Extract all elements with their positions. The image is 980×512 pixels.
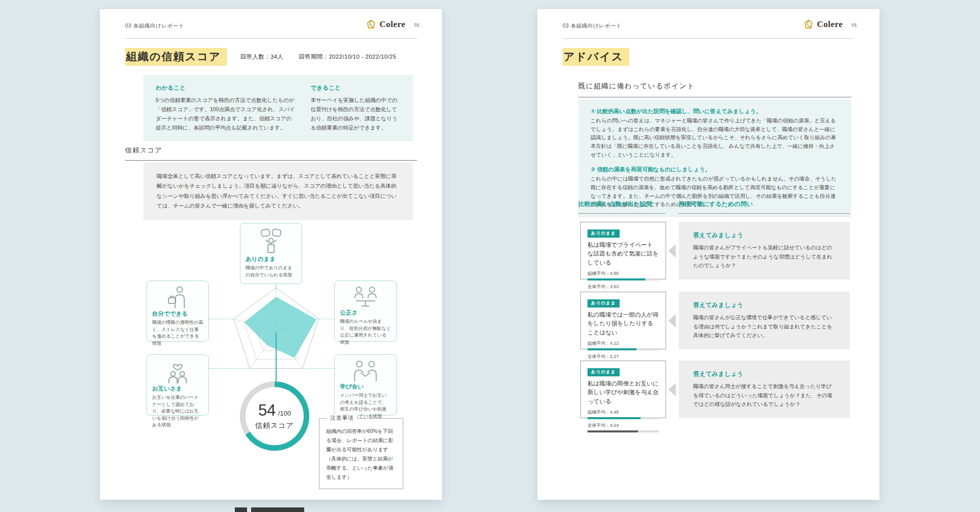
node-desc: 職場の情報の透明性が高く、ストレスなく仕事を進めることができる状態 (152, 319, 203, 347)
overall-average-bar-fill (587, 430, 638, 432)
category-badge: ありのまま (587, 229, 620, 238)
question-statement: 私は職場の同僚とお互いに新しい学びや刺激を与え合っている (587, 379, 659, 406)
trust-node-manabi: 学び合い メンバー同士でお互いの考えを語ることで、相互の学び合いや刺激が生まれて… (334, 354, 397, 416)
question-body: 職場の皆さんが公正な環境で仕事ができていると感じている理由は何でしょうか？これま… (693, 313, 836, 340)
viewer-background: 03 各組織向けレポート Colere 01 組織の信頼スコア 回答人数：34人… (0, 0, 980, 512)
survey-period: 回答期間：2022/10/10 - 2022/10/25 (299, 53, 396, 61)
report-page-advice: 03 各組織向けレポート Colere 01 アドバイス 既に組織に備わっている… (537, 9, 879, 500)
brand-logo-block: Colere 01 (803, 19, 857, 30)
advice-1-heading: ① 比較的高い点数が出た設問を確認し、問いに答えてみましょう。 (591, 108, 839, 115)
question-statement: 私の職場では一部の人が得をしたり損をしたりすることはない (587, 311, 659, 337)
question-statement: 私は職場でプライベートな話題も含めて気楽に話をしている (587, 241, 659, 267)
node-desc: 職場の中でありのままの自分でいられる状態 (246, 265, 297, 278)
overall-average-label: 全体平均：2.27 (587, 354, 659, 360)
advice-1-body: これらの問いへの答えは、マネジャーと職場の皆さんで作り上げてきた「職場の信頼の源… (591, 117, 839, 159)
question-body: 職場の皆さん同士が接することで刺激を与え合ったり学びを得ているのはどういった場面… (693, 382, 836, 409)
breadcrumb: 03 各組織向けレポート (562, 22, 622, 30)
question-heading: 答えてみましょう (693, 231, 836, 240)
org-average-bar-fill (587, 417, 641, 419)
title-row: 組織の信頼スコア 回答人数：34人 回答期間：2022/10/10 - 2022… (125, 48, 396, 66)
trust-node-arinomama: ありのまま 職場の中でありのままの自分でいられる状態 (240, 223, 302, 284)
score-card-2: ありのまま 私の職場では一部の人が得をしたり損をしたりすることはない 組織平均：… (580, 292, 666, 349)
category-badge: ありのまま (587, 299, 620, 308)
overall-average-label: 全体平均：3.53 (587, 284, 659, 290)
org-average-bar-track (587, 417, 659, 419)
overall-average-bar-track (587, 430, 659, 432)
question-body: 職場の皆さんがプライベートも気軽に話せているのはどのような場面ですか？またそのよ… (693, 243, 836, 270)
node-desc: お互いを仕事のパートナーとして認めており、必要な時にはお互いを助け合う関係性があ… (152, 394, 203, 429)
question-card-3: 答えてみましょう 職場の皆さん同士が接することで刺激を与え合ったり学びを得ている… (679, 361, 850, 418)
advice-2-heading: ② 信頼の源泉を再現可能なものにしましょう。 (591, 166, 839, 173)
section-heading-points: 既に組織に備わっているポイント (578, 82, 851, 97)
title-row: アドバイス (562, 48, 629, 66)
question-heading: 答えてみましょう (693, 301, 836, 310)
org-average-label: 組織平均：4.46 (587, 409, 659, 416)
org-average-bar-track (587, 348, 659, 350)
bottom-edge-artifact (235, 507, 247, 512)
trust-node-jibun: 自分でできる 職場の情報の透明性が高く、ストレスなく仕事を進めることができる状態 (146, 280, 209, 342)
node-label: 自分でできる (152, 310, 203, 318)
org-average-bar-fill (587, 348, 636, 350)
brand-name: Colere (817, 19, 843, 30)
masks-person-icon (257, 228, 285, 254)
briefcase-person-icon (165, 286, 190, 309)
category-badge: ありのまま (587, 368, 620, 376)
colere-gem-icon (366, 19, 376, 30)
arrow-left-icon (668, 244, 676, 258)
org-average-bar-fill (587, 278, 645, 280)
page-number: 01 (851, 22, 857, 28)
header-divider (125, 38, 417, 39)
breadcrumb: 03 各組織向けレポート (125, 22, 184, 30)
overall-average-label: 全体平均：4.24 (587, 423, 659, 429)
caution-note: 注意事項 組織内の回答率が60%を下回る場合、レポートの結果に影響が出る可能性が… (319, 418, 403, 489)
arrow-left-icon (668, 383, 676, 396)
section-heading-trust-score: 信頼スコア (125, 146, 417, 161)
page-title: アドバイス (562, 48, 629, 66)
org-average-label: 組織平均：4.86 (587, 271, 659, 277)
brand-logo-block: Colere 01 (366, 19, 420, 30)
question-card-1: 答えてみましょう 職場の皆さんがプライベートも気軽に話せているのはどのような場面… (679, 222, 850, 279)
page-number: 01 (414, 22, 420, 28)
colere-gem-icon (803, 19, 814, 30)
trust-score-denominator: /100 (278, 409, 291, 417)
report-page-trust-score: 03 各組織向けレポート Colere 01 組織の信頼スコア 回答人数：34人… (100, 9, 442, 500)
info-col1-heading: わかること (156, 84, 296, 92)
caution-note-title: 注意事項 (327, 415, 357, 422)
page-title: 組織の信頼スコア (125, 48, 227, 66)
trust-score-donut: 54 /100 信頼スコア (240, 381, 309, 451)
score-card-3: ありのまま 私は職場の同僚とお互いに新しい学びや刺激を与え合っている 組織平均：… (580, 361, 666, 418)
org-average-label: 組織平均：4.12 (587, 341, 659, 347)
trust-node-otagai: お互いさま お互いを仕事のパートナーとして認めており、必要な時にはお互いを助け合… (146, 354, 209, 416)
node-desc: 職場のルールや決まり、役割分担が無駄なく公正に運用されている状態 (340, 318, 391, 346)
score-connector-line (276, 332, 277, 381)
info-col2-body: 本サーベイを実施した組織の中での位置付けを独自の方法で点数化しており、自社の強み… (311, 95, 401, 132)
trust-score-donut-center: 54 /100 信頼スコア (246, 387, 304, 445)
question-heading: 答えてみましょう (693, 370, 836, 378)
node-label: お互いさま (152, 385, 203, 393)
info-col-wakaru: わかること 5つの信頼要素のスコアを独自の方法で点数化したものが「信頼スコア」で… (156, 84, 296, 132)
bottom-edge-artifact (251, 507, 304, 512)
node-label: ありのまま (246, 255, 297, 263)
score-card-1: ありのまま 私は職場でプライベートな話題も含めて気楽に話をしている 組織平均：4… (580, 222, 666, 279)
brand-name: Colere (380, 19, 406, 30)
trust-node-kousei: 公正さ 職場のルールや決まり、役割分担が無駄なく公正に運用されている状態 (334, 280, 397, 342)
trust-score-value: 54 (258, 401, 276, 419)
scale-people-icon (352, 286, 379, 308)
node-label: 学び合い (340, 383, 391, 391)
info-col-dekiru: できること 本サーベイを実施した組織の中での位置付けを独自の方法で点数化しており… (311, 84, 401, 132)
org-average-bar-track (587, 278, 659, 280)
arrow-left-icon (668, 314, 676, 327)
column-heading-high-scores: 比較的高い点数が出た設問 (578, 200, 666, 214)
summary-box: 職場全体として高い信頼スコアとなっています。まずは、スコアとして表れていることと… (143, 162, 413, 220)
column-heading-questions: 再現可能にするための問い (678, 200, 850, 214)
trust-score-label: 信頼スコア (255, 421, 294, 430)
node-label: 公正さ (340, 309, 391, 317)
handshake-people-icon (352, 360, 379, 382)
advice-block-1: ① 比較的高い点数が出た設問を確認し、問いに答えてみましょう。 これらの問いへの… (591, 108, 839, 159)
info-col2-heading: できること (311, 84, 401, 92)
header-divider (562, 38, 854, 39)
caution-note-body: 組織内の回答率が60%を下回る場合、レポートの結果に影響が出る可能性があります（… (326, 427, 396, 482)
info-col1-body: 5つの信頼要素のスコアを独自の方法で点数化したものが「信頼スコア」です。100点… (156, 95, 296, 132)
respondent-count: 回答人数：34人 (240, 53, 283, 61)
info-box: わかること 5つの信頼要素のスコアを独自の方法で点数化したものが「信頼スコア」で… (143, 75, 413, 141)
